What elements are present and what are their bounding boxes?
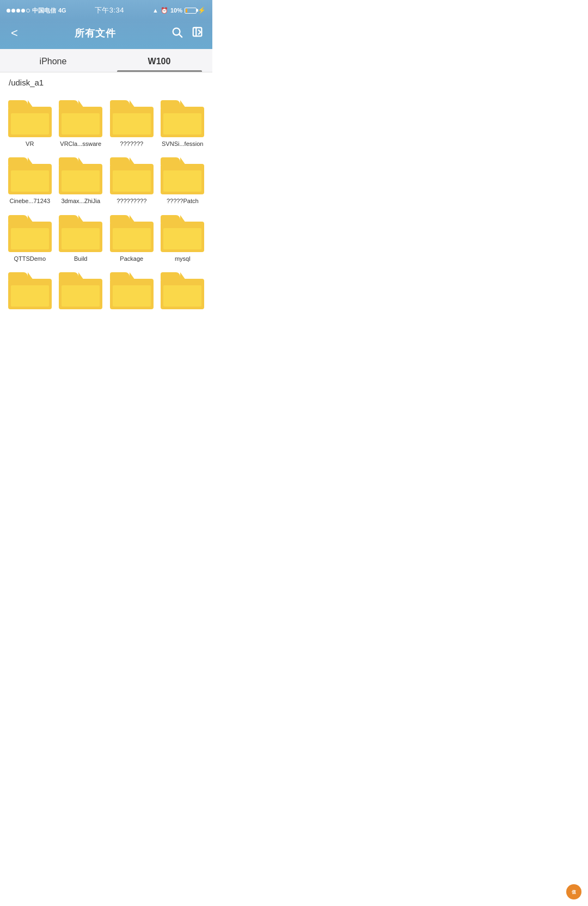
- folder-item-4[interactable]: SVNSi...fession: [157, 96, 209, 153]
- folder-inner: [163, 285, 201, 307]
- folder-inner: [62, 113, 100, 134]
- path-label: /udisk_a1: [9, 78, 44, 87]
- folder-item-2[interactable]: VRCla...ssware: [56, 96, 107, 153]
- signal-dot-1: [7, 9, 10, 13]
- folder-inner: [62, 170, 100, 192]
- tab-iphone-label: iPhone: [40, 57, 67, 66]
- folder-body: [110, 222, 154, 252]
- folder-item-12[interactable]: mysql: [157, 211, 209, 268]
- folder-icon: [110, 157, 154, 194]
- folder-label: SVNSi...fession: [162, 140, 203, 148]
- folder-inner: [163, 113, 201, 134]
- folder-body: [8, 222, 52, 252]
- folder-item-10[interactable]: Build: [56, 211, 107, 268]
- folder-inner: [62, 285, 100, 307]
- edit-button[interactable]: [192, 26, 204, 41]
- battery-container: ⚡: [185, 7, 206, 14]
- battery-percent: 10%: [170, 7, 182, 14]
- signal-dot-2: [11, 9, 15, 13]
- folder-item-3[interactable]: ???????: [106, 96, 157, 153]
- folder-inner: [62, 228, 100, 249]
- folder-body: [161, 107, 204, 137]
- folder-icon: [59, 157, 102, 194]
- status-bar: 中国电信 4G 下午3:34 ▲ ⏰ 10% ⚡: [0, 0, 212, 20]
- folder-item-16[interactable]: [157, 268, 209, 317]
- folder-item-5[interactable]: Cinebe...71243: [4, 153, 56, 210]
- folder-label: ?????Patch: [167, 197, 199, 205]
- folder-body: [110, 164, 154, 194]
- signal-dot-5: [26, 9, 30, 13]
- tab-iphone[interactable]: iPhone: [0, 49, 106, 72]
- folder-inner: [113, 113, 151, 134]
- charging-icon: ⚡: [198, 7, 206, 14]
- folder-item-14[interactable]: [56, 268, 107, 317]
- signal-dot-3: [16, 9, 20, 13]
- battery-fill: [186, 9, 187, 13]
- location-icon: ▲: [152, 7, 158, 14]
- folder-icon: [8, 157, 52, 194]
- alarm-icon: ⏰: [161, 7, 168, 14]
- folder-icon: [8, 272, 52, 309]
- folder-item-6[interactable]: 3dmax...ZhiJia: [56, 153, 107, 210]
- folder-icon: [8, 215, 52, 252]
- folder-body: [161, 164, 204, 194]
- folder-icon: [161, 157, 204, 194]
- folder-item-15[interactable]: [106, 268, 157, 317]
- folder-icon: [161, 100, 204, 137]
- folder-body: [161, 222, 204, 252]
- path-bar: /udisk_a1: [0, 72, 212, 90]
- status-right: ▲ ⏰ 10% ⚡: [152, 7, 206, 14]
- folder-label: Cinebe...71243: [9, 197, 50, 205]
- folder-label: Build: [74, 255, 87, 262]
- folder-item-8[interactable]: ?????Patch: [157, 153, 209, 210]
- folder-inner: [113, 170, 151, 192]
- folder-inner: [11, 285, 49, 307]
- folder-item-9[interactable]: QTTSDemo: [4, 211, 56, 268]
- folder-label: VRCla...ssware: [60, 140, 101, 148]
- search-button[interactable]: [171, 26, 183, 41]
- folder-label: VR: [26, 140, 34, 148]
- folder-item-13[interactable]: [4, 268, 56, 317]
- folder-body: [8, 279, 52, 309]
- folder-body: [59, 279, 102, 309]
- back-button[interactable]: <: [9, 24, 20, 42]
- nav-bar: < 所有文件: [0, 20, 212, 49]
- folder-icon: [110, 100, 154, 137]
- file-grid: VR VRCla...ssware ??????? SVNSi...fessio…: [0, 90, 212, 323]
- folder-label: 3dmax...ZhiJia: [61, 197, 100, 205]
- folder-icon: [110, 215, 154, 252]
- folder-body: [110, 107, 154, 137]
- time-label: 下午3:34: [95, 5, 124, 15]
- nav-actions: [171, 26, 204, 41]
- tab-w100[interactable]: W100: [106, 49, 212, 72]
- folder-item-11[interactable]: Package: [106, 211, 157, 268]
- folder-inner: [11, 228, 49, 249]
- signal-dot-4: [21, 9, 25, 13]
- folder-icon: [161, 272, 204, 309]
- signal-dots: [7, 9, 30, 13]
- folder-label: Package: [120, 255, 143, 262]
- folder-label: ?????????: [117, 197, 146, 205]
- folder-inner: [113, 285, 151, 307]
- folder-inner: [113, 228, 151, 249]
- folder-label: ???????: [120, 140, 143, 148]
- folder-body: [161, 279, 204, 309]
- battery-icon: [185, 8, 197, 14]
- folder-inner: [11, 113, 49, 134]
- folder-body: [59, 107, 102, 137]
- folder-icon: [59, 215, 102, 252]
- folder-icon: [59, 272, 102, 309]
- folder-item-7[interactable]: ?????????: [106, 153, 157, 210]
- folder-inner: [11, 170, 49, 192]
- folder-item-1[interactable]: VR: [4, 96, 56, 153]
- svg-line-1: [179, 34, 182, 37]
- folder-body: [59, 222, 102, 252]
- tab-w100-label: W100: [148, 57, 171, 66]
- folder-label: QTTSDemo: [14, 255, 46, 262]
- folder-icon: [59, 100, 102, 137]
- nav-title: 所有文件: [75, 27, 116, 40]
- folder-inner: [163, 170, 201, 192]
- folder-body: [8, 164, 52, 194]
- folder-body: [59, 164, 102, 194]
- status-left: 中国电信 4G: [7, 7, 66, 15]
